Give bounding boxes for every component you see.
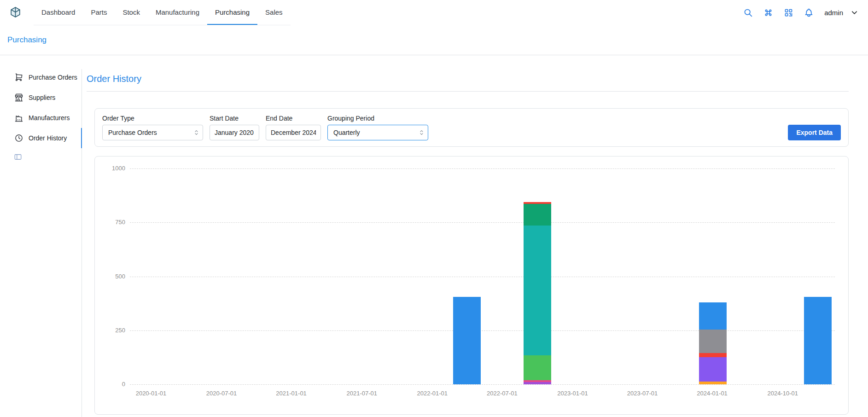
shopping-cart-icon [14, 73, 23, 82]
barcode-scan-icon[interactable] [784, 8, 793, 17]
purchasing-sidebar: Purchase Orders Suppliers Manufacturers [0, 55, 82, 417]
y-axis-tick: 0 [106, 381, 125, 388]
chart-bar-segment[interactable] [699, 330, 727, 353]
title-divider [87, 91, 849, 92]
chart-bar[interactable] [699, 302, 727, 384]
nav-tab-sales[interactable]: Sales [257, 0, 291, 25]
end-date-label: End Date [266, 115, 321, 122]
x-axis-tick: 2020-07-01 [200, 390, 243, 397]
grouping-period-value: Quarterly [333, 129, 360, 136]
chart-bar-segment[interactable] [699, 302, 727, 330]
chart-bar-segment[interactable] [524, 226, 551, 355]
chevron-down-icon[interactable] [850, 8, 859, 17]
chart-bar-segment[interactable] [804, 297, 832, 384]
breadcrumb[interactable]: Purchasing [7, 35, 47, 45]
sidebar-item-label: Purchase Orders [29, 74, 77, 81]
grouping-period-select[interactable]: Quarterly [327, 125, 428, 140]
chart-bar-segment[interactable] [699, 382, 727, 384]
order-type-field: Order Type Purchase Orders [102, 115, 203, 140]
x-axis-tick: 2021-01-01 [270, 390, 313, 397]
end-date-field: End Date [266, 115, 321, 140]
order-type-select[interactable]: Purchase Orders [102, 125, 203, 140]
history-clock-icon [14, 133, 23, 143]
sidebar-item-suppliers[interactable]: Suppliers [0, 87, 82, 108]
sidebar-item-order-history[interactable]: Order History [0, 128, 82, 148]
start-date-input[interactable] [210, 125, 259, 140]
chart-bar-segment[interactable] [524, 204, 551, 226]
nav-tab-purchasing[interactable]: Purchasing [207, 0, 257, 25]
sidebar-collapse-icon[interactable] [14, 153, 22, 161]
nav-tab-manufacturing[interactable]: Manufacturing [148, 0, 207, 25]
order-history-panel: Order History Order Type Purchase Orders… [82, 55, 868, 417]
breadcrumb-bar: Purchasing [0, 25, 868, 55]
header-actions: admin [743, 0, 859, 25]
chart-bar[interactable] [524, 202, 551, 384]
page-title: Order History [87, 73, 849, 85]
chart-plot: 025050075010002020-01-012020-07-012021-0… [130, 168, 835, 384]
x-axis-tick: 2024-10-01 [762, 390, 804, 397]
building-store-icon [14, 93, 23, 102]
sidebar-item-label: Suppliers [29, 94, 55, 101]
x-axis-tick: 2023-01-01 [551, 390, 594, 397]
y-axis-tick: 500 [106, 273, 125, 280]
start-date-label: Start Date [210, 115, 259, 122]
x-axis-tick: 2021-07-01 [341, 390, 383, 397]
nav-tab-parts[interactable]: Parts [83, 0, 115, 25]
x-axis-tick: 2023-07-01 [621, 390, 664, 397]
search-icon[interactable] [743, 8, 753, 17]
chart-bar[interactable] [804, 297, 832, 384]
sidebar-item-manufacturers[interactable]: Manufacturers [0, 108, 82, 128]
selector-chevrons-icon [193, 129, 200, 136]
factory-icon [14, 113, 23, 122]
chart-gridline [130, 168, 835, 169]
chart-bar-segment[interactable] [699, 357, 727, 382]
selector-chevrons-icon [418, 129, 425, 136]
chart-gridline [130, 384, 835, 385]
command-palette-icon[interactable] [763, 8, 773, 17]
x-axis-tick: 2022-01-01 [411, 390, 454, 397]
filter-panel: Order Type Purchase Orders Start Date En… [94, 108, 849, 147]
sidebar-item-purchase-orders[interactable]: Purchase Orders [0, 67, 82, 87]
y-axis-tick: 1000 [106, 165, 125, 172]
chart-gridline [130, 330, 835, 331]
order-history-chart-card: 025050075010002020-01-012020-07-012021-0… [94, 156, 849, 415]
sidebar-item-label: Order History [29, 134, 67, 142]
x-axis-tick: 2024-01-01 [691, 390, 734, 397]
grouping-period-field: Grouping Period Quarterly [327, 115, 428, 140]
y-axis-tick: 750 [106, 219, 125, 226]
chart-bar[interactable] [453, 297, 481, 384]
x-axis-tick: 2022-07-01 [481, 390, 523, 397]
end-date-input[interactable] [266, 125, 321, 140]
nav-tab-stock[interactable]: Stock [115, 0, 148, 25]
export-data-button[interactable]: Export Data [788, 125, 841, 140]
order-type-label: Order Type [102, 115, 203, 122]
chart-bar-segment[interactable] [524, 355, 551, 380]
chart-bar-segment[interactable] [453, 297, 481, 384]
top-navbar: Dashboard Parts Stock Manufacturing Purc… [0, 0, 868, 25]
grouping-period-label: Grouping Period [327, 115, 428, 122]
start-date-field: Start Date [210, 115, 259, 140]
app-logo[interactable] [9, 0, 22, 25]
nav-tab-dashboard[interactable]: Dashboard [34, 0, 83, 25]
sidebar-item-label: Manufacturers [29, 114, 70, 122]
order-type-value: Purchase Orders [108, 129, 157, 136]
main-nav: Dashboard Parts Stock Manufacturing Purc… [34, 0, 291, 25]
x-axis-tick: 2020-01-01 [130, 390, 172, 397]
y-axis-tick: 250 [106, 327, 125, 334]
chart-bar-segment[interactable] [699, 353, 727, 357]
user-menu-label[interactable]: admin [824, 9, 843, 17]
chart-gridline [130, 277, 835, 277]
package-cube-icon [9, 6, 22, 20]
chart-bar-segment[interactable] [524, 382, 551, 384]
notifications-bell-icon[interactable] [804, 8, 814, 17]
chart-gridline [130, 222, 835, 223]
